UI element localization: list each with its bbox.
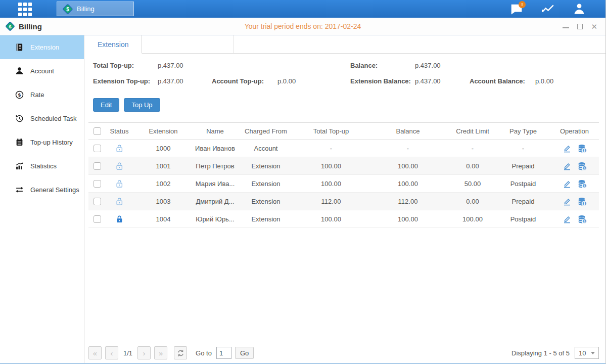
cell-extension: 1003 xyxy=(133,193,194,210)
topup-coins-icon[interactable]: $ xyxy=(578,215,587,223)
maximize-button[interactable] xyxy=(577,24,583,29)
last-page-button[interactable]: » xyxy=(154,346,167,359)
monitor-chart-icon[interactable] xyxy=(541,2,555,16)
unlocked-icon xyxy=(115,179,124,187)
cell-credit-limit: 100.00 xyxy=(449,210,496,228)
account-topup-label: Account Top-up: xyxy=(212,77,264,85)
page-size-select[interactable]: 10 xyxy=(575,347,599,359)
go-button[interactable]: Go xyxy=(235,347,254,359)
sidebar-item-label: General Settings xyxy=(30,186,79,194)
top-up-button[interactable]: Top Up xyxy=(124,98,160,112)
table-row: 1004Юрий Юрь...Extension100.00100.00100.… xyxy=(88,210,599,228)
main-area: ExtensionAccount$RateScheduled TaskTop-u… xyxy=(0,35,605,364)
sidebar: ExtensionAccount$RateScheduled TaskTop-u… xyxy=(0,35,84,364)
tab-strip-spacer xyxy=(142,35,234,53)
table-header-row: StatusExtensionNameCharged FromTotal Top… xyxy=(88,123,599,140)
sidebar-item-rate[interactable]: $Rate xyxy=(0,83,84,107)
svg-text:$: $ xyxy=(583,202,585,206)
taskbar-billing-app[interactable]: $ Billing xyxy=(57,2,134,16)
goto-page-input[interactable] xyxy=(216,347,231,359)
topup-coins-icon[interactable]: $ xyxy=(578,162,587,170)
topup-coins-icon[interactable]: $ xyxy=(578,179,587,188)
sidebar-item-statistics[interactable]: Statistics xyxy=(0,154,84,178)
account-topup-value: p.0.00 xyxy=(277,77,296,85)
row-checkbox[interactable] xyxy=(94,162,101,170)
sidebar-item-account[interactable]: Account xyxy=(0,59,84,83)
svg-text:$: $ xyxy=(9,24,11,29)
cell-name: Иван Иванов xyxy=(194,140,237,157)
cell-charged-from: Extension xyxy=(237,157,295,175)
column-header-extension: Extension xyxy=(133,123,194,140)
table-row: 1003Дмитрий Д...Extension112.00112.000.0… xyxy=(88,193,599,210)
edit-button[interactable]: Edit xyxy=(93,98,119,112)
sidebar-item-extension[interactable]: Extension xyxy=(0,35,84,59)
prev-page-button[interactable]: ‹ xyxy=(105,346,118,359)
table-row: 1001Петр ПетровExtension100.00100.000.00… xyxy=(88,157,599,175)
tab-extension[interactable]: Extension xyxy=(84,35,142,54)
cell-extension: 1000 xyxy=(133,140,194,157)
page-indicator: 1/1 xyxy=(123,349,132,357)
edit-pencil-icon[interactable] xyxy=(563,144,572,153)
extension-balance-label: Extension Balance: xyxy=(350,77,411,85)
svg-text:$: $ xyxy=(583,166,585,170)
sidebar-item-general-settings[interactable]: General Settings xyxy=(0,178,84,202)
first-page-button[interactable]: « xyxy=(88,346,102,359)
chevron-down-icon xyxy=(591,352,595,354)
select-all-checkbox[interactable] xyxy=(94,127,101,135)
sidebar-item-label: Top-up History xyxy=(30,139,73,146)
svg-text:$: $ xyxy=(583,149,585,153)
edit-pencil-icon[interactable] xyxy=(563,179,572,188)
window-title-group: $ Billing xyxy=(5,21,42,31)
cell-total-topup: 100.00 xyxy=(295,175,367,193)
cell-balance: 112.00 xyxy=(367,193,449,210)
column-header-balance: Balance xyxy=(367,123,449,140)
sidebar-item-scheduled-task[interactable]: Scheduled Task xyxy=(0,107,84,130)
cell-credit-limit: 50.00 xyxy=(449,175,496,193)
unlocked-icon xyxy=(115,197,124,204)
cell-name: Юрий Юрь... xyxy=(194,210,237,228)
topup-coins-icon[interactable]: $ xyxy=(578,197,587,206)
column-header-pay-type: Pay Type xyxy=(496,123,550,140)
row-checkbox[interactable] xyxy=(94,180,101,188)
unlocked-icon xyxy=(115,161,124,169)
next-page-button[interactable]: › xyxy=(137,346,151,359)
refresh-icon[interactable] xyxy=(174,346,187,359)
total-topup-label: Total Top-up: xyxy=(93,62,134,69)
apps-grid-icon[interactable] xyxy=(18,3,31,16)
column-header-operation: Operation xyxy=(550,123,599,140)
user-account-icon[interactable] xyxy=(572,2,586,16)
row-checkbox[interactable] xyxy=(94,198,101,205)
messages-icon[interactable]: ! xyxy=(509,2,524,16)
cell-total-topup: 112.00 xyxy=(295,193,367,210)
edit-pencil-icon[interactable] xyxy=(563,197,572,206)
svg-text:$: $ xyxy=(66,7,69,12)
cell-extension: 1004 xyxy=(133,210,194,228)
desktop-topbar: $ Billing ! xyxy=(0,0,605,18)
window-controls: ✕ xyxy=(563,24,597,29)
dollar-circle-icon: $ xyxy=(15,90,24,99)
sidebar-item-top-up-history[interactable]: Top-up History xyxy=(0,130,84,154)
minimize-button[interactable] xyxy=(563,25,569,28)
cell-charged-from: Extension xyxy=(237,175,295,193)
account-balance-label: Account Balance: xyxy=(470,77,525,85)
svg-text:$: $ xyxy=(583,219,585,223)
sidebar-item-label: Statistics xyxy=(30,162,57,170)
row-checkbox[interactable] xyxy=(94,145,101,152)
cell-name: Дмитрий Д... xyxy=(194,193,237,210)
table-row: 1002Мария Ива...Extension100.00100.0050.… xyxy=(88,175,599,193)
topup-coins-icon[interactable]: $ xyxy=(578,144,587,153)
goto-label: Go to xyxy=(196,349,212,357)
balance-value: p.437.00 xyxy=(415,62,441,69)
edit-pencil-icon[interactable] xyxy=(563,162,572,170)
column-header-charged-from: Charged From xyxy=(237,123,295,140)
cell-charged-from: Extension xyxy=(237,193,295,210)
close-button[interactable]: ✕ xyxy=(591,24,597,29)
edit-pencil-icon[interactable] xyxy=(563,215,572,223)
balance-label: Balance: xyxy=(350,62,378,69)
row-checkbox[interactable] xyxy=(94,215,101,223)
tab-bar: Extension xyxy=(84,35,605,54)
action-buttons: Edit Top Up xyxy=(93,98,605,112)
window-titlebar: $ Billing Your trial period ends on: 201… xyxy=(0,18,605,35)
pagination-bar: « ‹ 1/1 › » Go to Go Displaying 1 - 5 of… xyxy=(88,346,599,360)
cell-total-topup: 100.00 xyxy=(295,210,367,228)
